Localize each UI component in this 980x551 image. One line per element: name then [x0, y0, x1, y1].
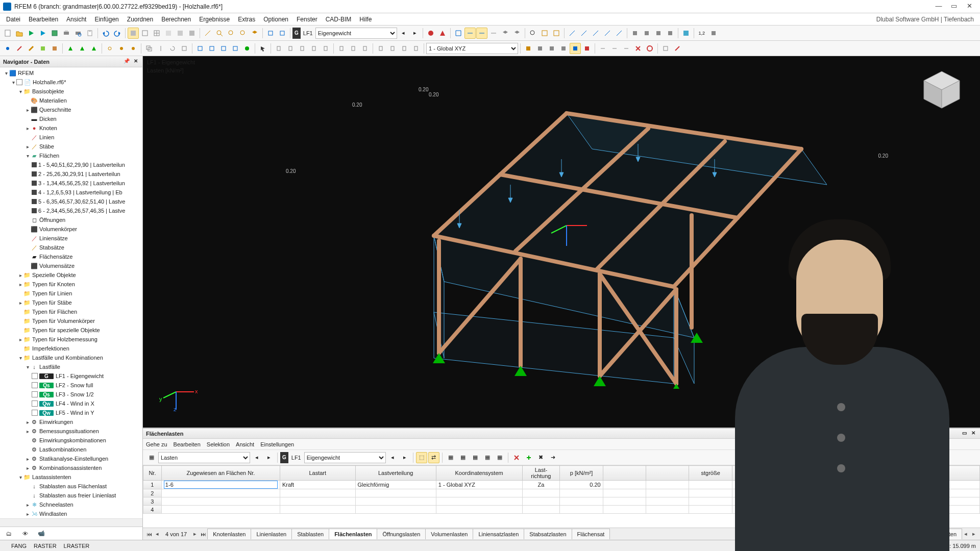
tree-flaechen[interactable]: ▾▰Flächen — [1, 151, 142, 160]
tbl-next-icon[interactable]: ▸ — [263, 452, 275, 463]
cursor-icon[interactable] — [257, 43, 268, 54]
l12-icon[interactable] — [410, 43, 422, 54]
table-mode-select[interactable]: Lasten — [158, 452, 250, 463]
l6-icon[interactable] — [336, 43, 347, 54]
tree-typen-flaechen[interactable]: 📁Typen für Flächen — [1, 307, 142, 316]
tree-surface[interactable]: 5 - 6,35,46,57,30,62,51,40 | Lastve — [1, 197, 142, 206]
rel2-icon[interactable] — [128, 43, 139, 54]
node-icon[interactable] — [2, 43, 13, 54]
col-lastart[interactable]: Lastart — [280, 466, 355, 481]
status-lraster[interactable]: LRASTER — [64, 543, 90, 549]
tree-surface[interactable]: 2 - 25,26,30,29,91 | Lastverteilun — [1, 169, 142, 179]
tbl-menu-ansicht[interactable]: Ansicht — [236, 441, 254, 447]
r1-icon[interactable] — [523, 43, 534, 54]
pin-icon[interactable]: 📌 — [123, 58, 130, 65]
table-close-icon[interactable]: ✕ — [970, 430, 977, 437]
tree-einwk[interactable]: ⚙Einwirkungskombinationen — [1, 436, 142, 445]
calc-icon[interactable] — [425, 28, 436, 39]
menu-zuordnen[interactable]: Zuordnen — [123, 14, 157, 24]
menu-berechnen[interactable]: Berechnen — [157, 14, 195, 24]
tree-flaechensaetze[interactable]: ▰Flächensätze — [1, 252, 142, 261]
tree-spezielle[interactable]: ▸📁Spezielle Objekte — [1, 270, 142, 280]
tab-stablasten[interactable]: Stablasten — [291, 529, 329, 539]
tbl-t4-icon[interactable]: ▦ — [482, 452, 493, 463]
tree-surface[interactable]: 4 - 1,2,6,5,93 | Lastverteilung | Eb — [1, 188, 142, 197]
menu-extras[interactable]: Extras — [234, 14, 259, 24]
mirror-icon[interactable] — [155, 43, 166, 54]
table-max-icon[interactable]: ▭ — [961, 430, 968, 437]
tree-stabfl[interactable]: ↓Stablasten aus Flächenlast — [1, 482, 142, 491]
col-nr[interactable]: Nr. — [143, 466, 162, 481]
menu-einfuegen[interactable]: Einfügen — [90, 14, 122, 24]
table-lc-select[interactable]: Eigengewicht — [304, 452, 386, 463]
l11-icon[interactable] — [399, 43, 410, 54]
print-icon[interactable] — [61, 28, 72, 39]
lc-prev-icon[interactable]: ◂ — [398, 28, 409, 39]
r2-icon[interactable] — [534, 43, 546, 54]
ax5-icon[interactable] — [614, 28, 625, 39]
dim-b-icon[interactable] — [476, 28, 487, 39]
r7-icon[interactable] — [597, 43, 608, 54]
nav-data-icon[interactable]: 🗂 — [3, 528, 14, 539]
tree-kombi[interactable]: ▸⚙Kombinationsassistenten — [1, 463, 142, 472]
zoom-win-icon[interactable] — [226, 28, 237, 39]
menu-ergebnisse[interactable]: Ergebnisse — [195, 14, 234, 24]
hinge-icon[interactable] — [104, 43, 115, 54]
table-row[interactable]: 3 — [143, 497, 980, 506]
copy-icon[interactable] — [143, 43, 155, 54]
r9-icon[interactable] — [621, 43, 632, 54]
sec4-icon[interactable] — [665, 28, 676, 39]
end-icon[interactable] — [708, 28, 719, 39]
view-shade-icon[interactable] — [128, 28, 139, 39]
r8-icon[interactable] — [609, 43, 620, 54]
assigned-input[interactable] — [164, 481, 278, 489]
panel-close-icon[interactable]: ✕ — [132, 58, 139, 65]
tab-next-icon[interactable]: ▸ — [191, 531, 199, 537]
view-cube-icon[interactable] — [919, 66, 965, 112]
clipboard-icon[interactable] — [84, 28, 95, 39]
col-dir[interactable]: Last- richtung — [522, 466, 560, 481]
tbl-t1-icon[interactable]: ▦ — [445, 452, 456, 463]
tab-first-icon[interactable]: ⏮ — [145, 531, 153, 537]
undo-icon[interactable] — [100, 28, 111, 39]
tbl-add-icon[interactable] — [523, 452, 534, 463]
tree-typen-knoten[interactable]: ▸📁Typen für Knoten — [1, 280, 142, 289]
tree-surface[interactable]: 3 - 1,34,45,56,25,92 | Lastverteilun — [1, 179, 142, 188]
open-icon[interactable] — [14, 28, 25, 39]
menu-datei[interactable]: Datei — [2, 14, 24, 24]
zoom-sel-icon[interactable] — [237, 28, 249, 39]
tab-prev-icon[interactable]: ◂ — [153, 531, 161, 537]
tree-typen-linien[interactable]: 📁Typen für Linien — [1, 289, 142, 298]
tbl-prev-icon[interactable]: ◂ — [251, 452, 262, 463]
tree-lc[interactable]: QwLF4 - Wind in X — [1, 399, 142, 408]
view-b-icon[interactable] — [175, 28, 186, 39]
sec2-icon[interactable] — [641, 28, 652, 39]
tree-lc[interactable]: QsLF3 - Snow 1/2 — [1, 390, 142, 399]
zoom-fit-icon[interactable] — [214, 28, 225, 39]
col-blank2[interactable] — [646, 466, 689, 481]
table-row[interactable]: 1 Kraft Gleichförmig 1 - Global XYZ Za 0… — [143, 481, 980, 489]
cfg-icon[interactable] — [660, 43, 671, 54]
l7-icon[interactable] — [348, 43, 359, 54]
color-icon[interactable] — [680, 28, 692, 39]
scale-icon[interactable] — [179, 43, 190, 54]
l3-icon[interactable] — [297, 43, 308, 54]
menu-cadbim[interactable]: CAD-BIM — [322, 14, 356, 24]
tree-materialien[interactable]: 🎨Materialien — [1, 96, 142, 105]
tree-linien[interactable]: ／Linien — [1, 133, 142, 142]
col-p[interactable]: p [kN/m²] — [560, 466, 603, 481]
l8-icon[interactable] — [359, 43, 371, 54]
tbl-menu-gehezu[interactable]: Gehe zu — [146, 441, 167, 447]
redo-icon[interactable] — [112, 28, 123, 39]
tab-scroll-r-icon[interactable]: ▸ — [970, 531, 978, 537]
menu-hilfe[interactable]: Hilfe — [355, 14, 376, 24]
tab-scroll-l-icon[interactable]: ◂ — [962, 531, 970, 537]
tree-stablin[interactable]: ↓Stablasten aus freier Linienlast — [1, 491, 142, 500]
calc2-icon[interactable] — [437, 28, 448, 39]
tbl-x2-icon[interactable]: ➜ — [548, 452, 559, 463]
table-row[interactable]: 4 — [143, 506, 980, 514]
snap-a-icon[interactable] — [265, 28, 276, 39]
grid-tog-icon[interactable] — [453, 28, 464, 39]
tab-liniensatzlasten[interactable]: Liniensatzlasten — [473, 529, 524, 539]
tree-hscroll[interactable] — [0, 518, 142, 527]
